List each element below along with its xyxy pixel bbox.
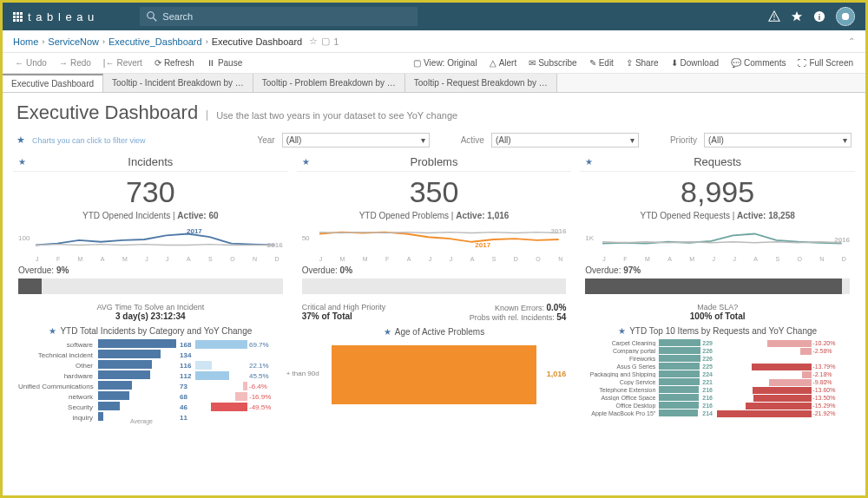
requests-header: ★Requests: [580, 153, 855, 172]
svg-point-3: [773, 19, 774, 20]
incidents-barchart-title: ★YTD Total Incidents by Category and YoY…: [13, 323, 288, 339]
dashboard-title: Executive Dashboard: [16, 102, 198, 124]
star-icon: ★: [18, 157, 26, 167]
age-value: 1,016: [547, 370, 567, 378]
filter-bar: ★ Charts you can click to filter view Ye…: [3, 129, 865, 153]
logo-text: t a b l e a u: [28, 10, 95, 23]
problems-overdue-bar[interactable]: [302, 278, 567, 294]
incidents-overdue-label: Overdue: 9%: [13, 262, 288, 277]
problems-big-number: 350: [297, 175, 572, 209]
star-icon: ★: [585, 157, 593, 167]
incidents-barchart[interactable]: software 168 69.7%Technical incident 134…: [13, 339, 288, 423]
pause-button[interactable]: ⏸ Pause: [201, 56, 247, 69]
bar-row[interactable]: Apple MacBook Pro 15" 214 -21.92%: [585, 410, 850, 417]
bar-row[interactable]: Telephone Extension 216 -13.60%: [585, 386, 850, 394]
priority-dropdown[interactable]: (All)▾: [704, 133, 852, 147]
sheet-tabs: Executive Dashboard Tooltip - Incident B…: [3, 74, 865, 93]
share-button[interactable]: ⇪ Share: [621, 56, 664, 69]
problems-header: ★Problems: [297, 153, 572, 172]
crumb-home[interactable]: Home: [13, 36, 38, 47]
comments-button[interactable]: 💬 Comments: [726, 56, 791, 69]
alert-icon[interactable]: [768, 10, 780, 23]
bar-row[interactable]: hardware 112 45.5%: [18, 370, 283, 381]
requests-panel: ★Requests 8,995 YTD Opened Requests | Ac…: [580, 153, 855, 423]
bar-row[interactable]: Copy Service 221 -9.80%: [585, 378, 850, 386]
bar-row[interactable]: Unified Communications 73 -6.4%: [18, 381, 283, 391]
age-bar[interactable]: [332, 345, 537, 404]
views-count: 1: [333, 36, 339, 47]
requests-barchart[interactable]: Carpet Cleaning 229 -10.20%Company porta…: [580, 339, 855, 417]
crumb-current: Executive Dashboard: [212, 36, 303, 47]
requests-big-number: 8,995: [580, 175, 855, 209]
collapse-icon[interactable]: ⌃: [848, 36, 855, 46]
download-button[interactable]: ⬇ Download: [666, 56, 724, 69]
tab-tooltip-problem[interactable]: Tooltip - Problem Breakdown by …: [253, 74, 405, 92]
year-label: Year: [257, 135, 274, 145]
edit-button[interactable]: ✎ Edit: [584, 56, 619, 69]
dashboard-title-row: Executive Dashboard Use the last two yea…: [3, 93, 865, 129]
redo-button[interactable]: → Redo: [54, 56, 96, 69]
incidents-overdue-bar[interactable]: [18, 278, 283, 294]
star-icon[interactable]: [791, 10, 803, 23]
bar-row[interactable]: Assign Office Space 216 -13.50%: [585, 394, 850, 402]
bar-row[interactable]: Office Desktop 216 -15.29%: [585, 402, 850, 410]
problems-sparkline[interactable]: 50 2017 2016 JMMFAJJASDON: [302, 224, 567, 262]
refresh-button[interactable]: ⟳ Refresh: [149, 56, 200, 69]
bar-row[interactable]: Company portal 226 -2.58%: [585, 347, 850, 355]
incidents-big-number: 730: [13, 175, 288, 209]
bar-row[interactable]: Other 116 22.1%: [18, 360, 283, 370]
undo-button[interactable]: ← Undo: [10, 56, 52, 69]
subscribe-button[interactable]: ✉ Subscribe: [523, 56, 582, 69]
age-category-label: + than 90d: [286, 370, 319, 377]
tab-exec-dashboard[interactable]: Executive Dashboard: [3, 74, 103, 92]
crumb-exec-dash-wb[interactable]: Executive_Dashboard: [108, 36, 202, 47]
user-avatar[interactable]: [836, 7, 855, 26]
bar-row[interactable]: software 168 69.7%: [18, 339, 283, 350]
search-icon: [147, 11, 157, 22]
incidents-header: ★Incidents: [13, 153, 288, 172]
requests-overdue-bar[interactable]: [585, 278, 850, 294]
info-icon[interactable]: i: [813, 10, 825, 23]
requests-barchart-title: ★YTD Top 10 Items by Requests and YoY Ch…: [580, 323, 855, 339]
incidents-avg-time: AVG Time To Solve an Incident3 day(s) 23…: [18, 303, 283, 321]
breadcrumb: Home› ServiceNow› Executive_Dashboard› E…: [3, 30, 865, 53]
alert-button[interactable]: △ Alert: [484, 56, 523, 69]
requests-sparkline[interactable]: 1K 2016 JFMAMJJASOND: [585, 224, 850, 262]
bar-row[interactable]: Security 46 -49.5%: [18, 402, 283, 412]
problems-panel: ★Problems 350 YTD Opened Problems | Acti…: [297, 153, 572, 423]
tab-tooltip-request[interactable]: Tooltip - Request Breakdown by …: [405, 74, 557, 92]
active-label: Active: [461, 135, 484, 145]
star-icon: ★: [302, 157, 310, 167]
problems-age-title: ★Age of Active Problems: [297, 324, 572, 340]
toolbar: ← Undo → Redo |← Revert ⟳ Refresh ⏸ Paus…: [3, 53, 865, 74]
views-icon: ▢: [321, 36, 330, 47]
bar-row[interactable]: Asus G Series 225 -13.79%: [585, 363, 850, 370]
requests-subtitle: YTD Opened Requests | Active: 18,258: [580, 211, 855, 220]
requests-overdue-label: Overdue: 97%: [580, 262, 855, 277]
tableau-logo[interactable]: t a b l e a u: [13, 10, 95, 23]
bar-row[interactable]: Fireworks 226: [585, 355, 850, 363]
svg-point-0: [148, 12, 155, 19]
incidents-panel: ★Incidents 730 YTD Opened Incidents | Ac…: [13, 153, 288, 423]
incidents-subtitle: YTD Opened Incidents | Active: 60: [13, 211, 288, 220]
dashboard-subtitle: Use the last two years in your dataset t…: [207, 110, 457, 121]
crumb-servicenow[interactable]: ServiceNow: [48, 36, 99, 47]
problems-overdue-label: Overdue: 0%: [297, 262, 572, 277]
bar-row[interactable]: Carpet Cleaning 229 -10.20%: [585, 339, 850, 347]
svg-text:i: i: [819, 13, 820, 22]
view-original-button[interactable]: ▢ View: Original: [408, 56, 483, 69]
incidents-sparkline[interactable]: 100 2017 2016 JFMAMJJASOND: [18, 224, 283, 262]
search-input[interactable]: Search: [140, 7, 418, 26]
bar-row[interactable]: Packaging and Shipping 224 -2.18%: [585, 370, 850, 378]
svg-line-1: [154, 18, 157, 22]
tab-tooltip-incident[interactable]: Tooltip - Incident Breakdown by …: [103, 74, 253, 92]
bar-row[interactable]: network 68 -16.9%: [18, 391, 283, 402]
bar-row[interactable]: Technical incident 134: [18, 350, 283, 360]
fullscreen-button[interactable]: ⛶ Full Screen: [792, 56, 858, 69]
search-placeholder: Search: [162, 11, 193, 22]
year-dropdown[interactable]: (All)▾: [282, 133, 430, 147]
favorite-icon[interactable]: ☆: [309, 36, 318, 47]
active-dropdown[interactable]: (All)▾: [491, 133, 639, 147]
revert-button[interactable]: |← Revert: [98, 56, 148, 69]
filter-hint: Charts you can click to filter view: [32, 136, 146, 145]
